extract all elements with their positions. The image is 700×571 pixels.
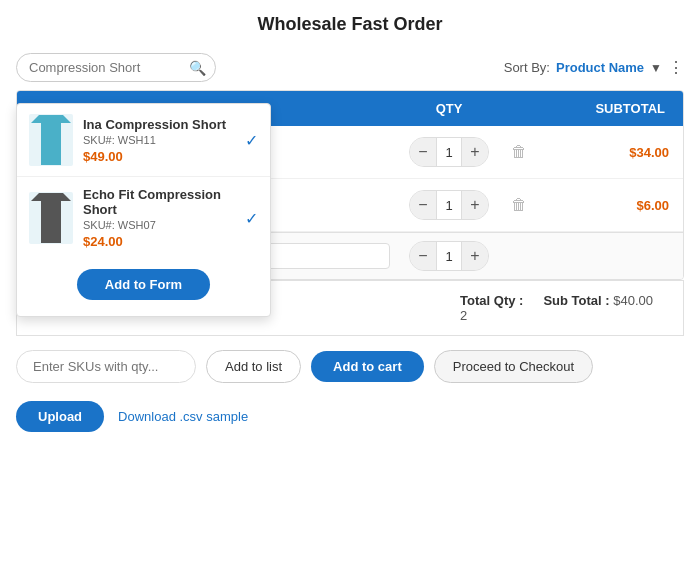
add-to-cart-button[interactable]: Add to cart [311,351,424,382]
add-to-form-button[interactable]: Add to Form [77,269,210,300]
qty-value-1: 1 [436,138,462,166]
search-dropdown: Ina Compression Short SKU#: WSH11 $49.00… [16,103,271,317]
qty-increase-2[interactable]: + [462,191,488,219]
subtotal-total: Sub Total : $40.00 [543,293,653,323]
delete-row-1[interactable]: 🗑 [489,143,549,161]
dropdown-item-sku-echo: SKU#: WSH07 [83,219,235,231]
svg-marker-3 [31,193,71,243]
qty-stepper-1: − 1 + [409,137,489,167]
sort-value[interactable]: Product Name [556,60,644,75]
upload-button[interactable]: Upload [16,401,104,432]
dropdown-item-name-echo: Echo Fit Compression Short [83,187,235,217]
filter-icon[interactable]: ⋮ [668,58,684,77]
total-qty-value: 2 [460,308,467,323]
dropdown-item-name-ina: Ina Compression Short [83,117,235,132]
qty-increase-1[interactable]: + [462,138,488,166]
dropdown-item-info-echo: Echo Fit Compression Short SKU#: WSH07 $… [83,187,235,249]
dropdown-item-price-ina: $49.00 [83,149,235,164]
qty-decrease-new[interactable]: − [410,242,436,270]
qty-value-new: 1 [436,242,462,270]
upload-row: Upload Download .csv sample [0,397,700,446]
dropdown-item-echo[interactable]: Echo Fit Compression Short SKU#: WSH07 $… [17,177,270,259]
col-subtotal: SUBTOTAL [549,101,669,116]
subtotal-value: $40.00 [613,293,653,308]
dropdown-check-ina: ✓ [245,131,258,150]
product-search-wrapper: 🔍 [16,53,216,82]
page-title: Wholesale Fast Order [0,0,700,45]
product-thumbnail-echo [29,192,73,244]
sort-label: Sort By: [504,60,550,75]
qty-decrease-2[interactable]: − [410,191,436,219]
chevron-down-icon[interactable]: ▼ [650,61,662,75]
search-icon: 🔍 [189,60,206,76]
qty-stepper-2: − 1 + [409,190,489,220]
subtotal-label: Sub Total : [543,293,609,308]
dropdown-check-echo: ✓ [245,209,258,228]
add-to-list-button[interactable]: Add to list [206,350,301,383]
top-bar: 🔍 Ina Compression Short SKU#: WSH11 $49.… [0,45,700,90]
total-qty: Total Qty : 2 [460,293,523,323]
dropdown-item-price-echo: $24.00 [83,234,235,249]
delete-row-2[interactable]: 🗑 [489,196,549,214]
dropdown-item-sku-ina: SKU#: WSH11 [83,134,235,146]
total-qty-label: Total Qty : [460,293,523,308]
totals: Total Qty : 2 Sub Total : $40.00 [460,293,653,323]
qty-increase-new[interactable]: + [462,242,488,270]
subtotal-2: $6.00 [549,198,669,213]
sku-input[interactable] [16,350,196,383]
bottom-actions: Add to list Add to cart Proceed to Check… [0,336,700,397]
qty-value-2: 1 [436,191,462,219]
proceed-to-checkout-button[interactable]: Proceed to Checkout [434,350,593,383]
dropdown-item-info-ina: Ina Compression Short SKU#: WSH11 $49.00 [83,117,235,164]
product-search-input[interactable] [16,53,216,82]
svg-marker-1 [31,115,71,165]
qty-decrease-1[interactable]: − [410,138,436,166]
download-csv-link[interactable]: Download .csv sample [118,409,248,424]
dropdown-item-ina[interactable]: Ina Compression Short SKU#: WSH11 $49.00… [17,104,270,177]
col-delete [489,101,549,116]
qty-stepper-new: − 1 + [409,241,489,271]
sort-bar: Sort By: Product Name ▼ ⋮ [504,58,684,77]
product-thumbnail-ina [29,114,73,166]
col-qty: QTY [409,101,489,116]
subtotal-1: $34.00 [549,145,669,160]
